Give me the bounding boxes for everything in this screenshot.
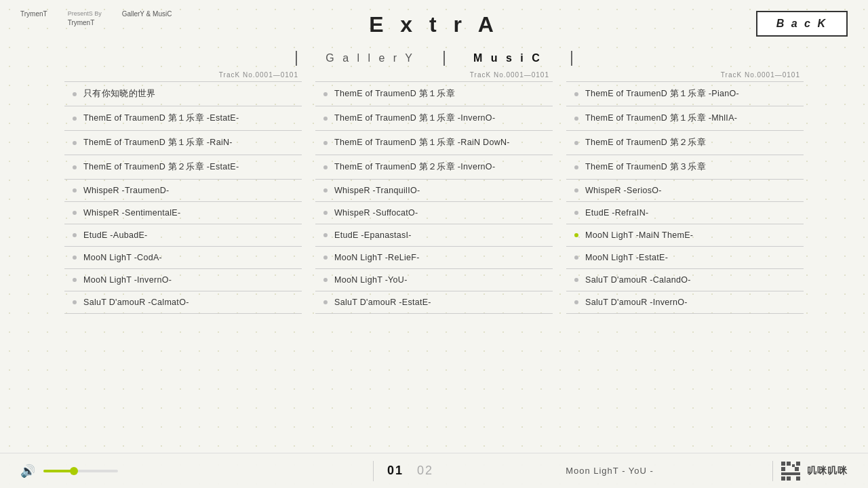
- logo-text: 叽咪叽咪: [807, 465, 848, 477]
- list-item[interactable]: WhispeR -TraumenD-: [64, 179, 302, 201]
- track-name: SaluT D'amouR -CalandO-: [585, 275, 691, 285]
- track-name: ThemE of TraumenD 第１乐章 -InvernO-: [334, 113, 495, 124]
- back-button[interactable]: B a c K: [756, 11, 848, 37]
- page-2-button[interactable]: 02: [417, 464, 433, 478]
- track-dot: [574, 256, 578, 260]
- track-dot: [574, 165, 578, 169]
- track-column-3: TracK No.0001—0101 ThemE of TraumenD 第１乐…: [559, 71, 810, 314]
- list-item[interactable]: ThemE of TraumenD 第１乐章: [315, 81, 553, 106]
- list-item[interactable]: ThemE of TraumenD 第１乐章 -EstatE-: [64, 106, 302, 130]
- player-left: 🔊: [20, 464, 359, 479]
- track-dot: [73, 211, 77, 215]
- tab-gallery[interactable]: G a l l e r Y: [298, 49, 442, 67]
- track-dot: [73, 141, 77, 145]
- list-item[interactable]: MooN LighT -MaiN ThemE-: [566, 224, 804, 246]
- track-dot: [574, 188, 578, 192]
- track-dot: [323, 117, 328, 121]
- page-numbers: 01 02: [387, 464, 433, 478]
- track-name: WhispeR -SeriosO-: [585, 186, 662, 195]
- list-item[interactable]: SaluT D'amouR -InvernO-: [566, 291, 804, 314]
- track-dot: [574, 117, 578, 121]
- app-title: E x t r A: [369, 12, 499, 37]
- list-item[interactable]: MooN LighT -CodA-: [64, 246, 302, 268]
- presents-label: PresentS By: [68, 9, 102, 18]
- track-dot: [323, 300, 328, 304]
- list-item[interactable]: ThemE of TraumenD 第１乐章 -PianO-: [566, 81, 804, 106]
- track-header-3: TracK No.0001—0101: [566, 71, 804, 79]
- list-item[interactable]: SaluT D'amouR -CalmatO-: [64, 291, 302, 314]
- track-name: 只有你知晓的世界: [83, 88, 155, 100]
- track-name: ThemE of TraumenD 第２乐章 -EstatE-: [83, 161, 239, 173]
- svg-rect-7: [781, 476, 785, 481]
- list-item[interactable]: ThemE of TraumenD 第１乐章 -RaiN-: [64, 130, 302, 155]
- track-dot: [574, 278, 578, 282]
- list-item[interactable]: 只有你知晓的世界: [64, 81, 302, 106]
- track-dot: [323, 188, 328, 192]
- volume-icon: 🔊: [20, 464, 35, 479]
- list-item[interactable]: ThemE of TraumenD 第１乐章 -InvernO-: [315, 106, 553, 130]
- track-dot: [323, 92, 328, 96]
- track-name: ThemE of TraumenD 第１乐章 -RaiN DowN-: [334, 137, 510, 148]
- app-name-label: TrymenT: [20, 10, 47, 18]
- track-dot: [323, 233, 328, 237]
- track-name: ThemE of TraumenD 第１乐章 -RaiN-: [83, 137, 233, 148]
- now-playing: Moon LighT - YoU -: [566, 466, 654, 476]
- track-column-2: TracK No.0001—0101 ThemE of TraumenD 第１乐…: [309, 71, 559, 314]
- presents-by: TrymenT: [68, 18, 102, 28]
- list-item[interactable]: MooN LighT -InvernO-: [64, 268, 302, 291]
- track-dot: [574, 92, 578, 96]
- track-name: MooN LighT -YoU-: [334, 275, 408, 285]
- track-dot: [574, 141, 578, 145]
- volume-slider[interactable]: [43, 470, 118, 472]
- branding: TrymenT PresentS By TrymenT GallerY & Mu…: [20, 9, 172, 28]
- list-item[interactable]: WhispeR -SuffocatO-: [315, 201, 553, 224]
- list-item[interactable]: ThemE of TraumenD 第１乐章 -RaiN DowN-: [315, 130, 553, 155]
- track-name: ThemE of TraumenD 第２乐章: [585, 137, 706, 148]
- list-item[interactable]: MooN LighT -YoU-: [315, 268, 553, 291]
- page-1-button[interactable]: 01: [387, 464, 403, 478]
- bottom-divider: [772, 461, 773, 481]
- track-name: WhispeR -TraumenD-: [83, 186, 170, 195]
- track-name: SaluT D'amouR -CalmatO-: [83, 298, 189, 307]
- track-name: SaluT D'amouR -InvernO-: [585, 298, 688, 307]
- track-name: WhispeR -TranquilIO-: [334, 186, 420, 195]
- list-item[interactable]: EtudE -EpanastasI-: [315, 224, 553, 246]
- track-dot: [73, 188, 77, 192]
- list-item[interactable]: SaluT D'amouR -EstatE-: [315, 291, 553, 314]
- tab-divider-right: [571, 51, 572, 66]
- list-item[interactable]: ThemE of TraumenD 第２乐章 -EstatE-: [64, 155, 302, 179]
- track-name: ThemE of TraumenD 第１乐章: [334, 88, 455, 100]
- track-column-1: TracK No.0001—0101 只有你知晓的世界 ThemE of Tra…: [58, 71, 309, 314]
- svg-rect-2: [781, 467, 785, 471]
- bottom-right: 叽咪叽咪: [772, 460, 848, 482]
- track-dot: [73, 300, 77, 304]
- svg-rect-3: [792, 464, 795, 467]
- player-bar: 🔊 01 02 Moon LighT - YoU -: [0, 453, 868, 488]
- svg-rect-4: [796, 462, 800, 466]
- track-name: EtudE -EpanastasI-: [334, 230, 412, 240]
- tab-divider-left: [296, 51, 297, 66]
- track-name: EtudE -AubadE-: [83, 230, 148, 240]
- logo-icon-svg: [780, 460, 802, 482]
- list-item[interactable]: WhispeR -SentimentalE-: [64, 201, 302, 224]
- track-name: WhispeR -SentimentalE-: [83, 208, 180, 218]
- tab-music[interactable]: M u s i C: [446, 49, 570, 67]
- list-item[interactable]: ThemE of TraumenD 第１乐章 -MhlIA-: [566, 106, 804, 130]
- list-item[interactable]: WhispeR -TranquilIO-: [315, 179, 553, 201]
- list-item[interactable]: ThemE of TraumenD 第２乐章: [566, 130, 804, 155]
- track-dot-active: [574, 233, 578, 237]
- track-dot: [73, 278, 77, 282]
- list-item[interactable]: ThemE of TraumenD 第２乐章 -InvernO-: [315, 155, 553, 179]
- list-item[interactable]: ThemE of TraumenD 第３乐章: [566, 155, 804, 179]
- list-item[interactable]: MooN LighT -EstatE-: [566, 246, 804, 268]
- list-item[interactable]: EtudE -AubadE-: [64, 224, 302, 246]
- track-dot: [73, 165, 77, 169]
- track-dot: [73, 92, 77, 96]
- list-item[interactable]: SaluT D'amouR -CalandO-: [566, 268, 804, 291]
- track-name: ThemE of TraumenD 第１乐章 -PianO-: [585, 88, 739, 100]
- svg-rect-9: [796, 476, 800, 481]
- track-dot: [73, 256, 77, 260]
- list-item[interactable]: WhispeR -SeriosO-: [566, 179, 804, 201]
- list-item[interactable]: EtudE -RefraIN-: [566, 201, 804, 224]
- list-item[interactable]: MooN LighT -ReLieF-: [315, 246, 553, 268]
